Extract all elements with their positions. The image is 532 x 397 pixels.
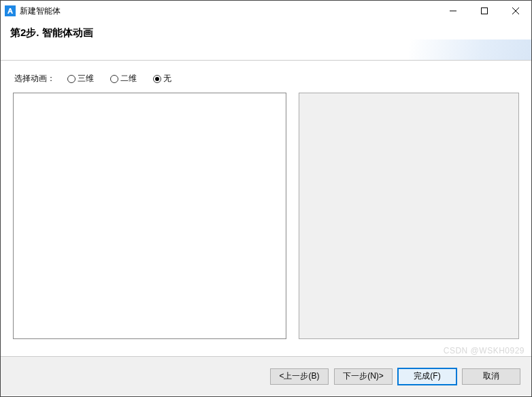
title-bar: 新建智能体 [1,1,531,21]
next-button[interactable]: 下一步(N)> [334,368,393,385]
preview-panel-right [299,93,519,339]
radio-2d[interactable]: 二维 [110,73,137,84]
radio-2d-indicator [110,75,118,83]
svg-rect-1 [482,8,488,14]
wizard-content: 选择动画： 三维 二维 无 [1,61,531,356]
back-button[interactable]: <上一步(B) [270,368,329,385]
minimize-button[interactable] [437,1,469,21]
radio-none[interactable]: 无 [153,73,171,84]
radio-2d-label: 二维 [120,73,137,84]
choose-animation-label: 选择动画： [14,73,55,84]
wizard-footer: <上一步(B) 下一步(N)> 完成(F) 取消 [1,356,531,396]
maximize-button[interactable] [469,1,500,21]
animation-radio-group: 选择动画： 三维 二维 无 [13,73,519,84]
app-icon [5,5,16,16]
radio-3d[interactable]: 三维 [67,73,94,84]
radio-none-label: 无 [163,73,171,84]
preview-panels [13,93,519,339]
finish-button[interactable]: 完成(F) [398,368,456,385]
window-title: 新建智能体 [20,5,61,17]
radio-none-indicator [153,75,161,83]
radio-3d-indicator [67,75,76,83]
window-controls [437,1,531,21]
preview-panel-left [13,93,286,339]
radio-3d-label: 三维 [78,73,94,84]
cancel-button[interactable]: 取消 [462,368,520,385]
close-button[interactable] [500,1,531,21]
step-title: 第2步. 智能体动画 [10,27,522,39]
wizard-header: 第2步. 智能体动画 [1,21,531,61]
